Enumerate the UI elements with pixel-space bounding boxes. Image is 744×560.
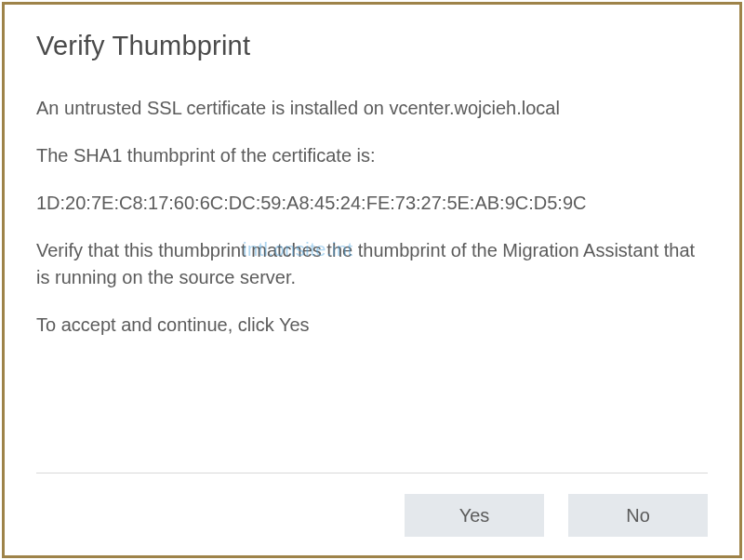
dialog-footer: Yes No [36, 473, 708, 537]
verify-instruction: intl.onsite.int Verify that this thumbpr… [36, 237, 708, 291]
dialog-title: Verify Thumbprint [36, 31, 708, 61]
no-button[interactable]: No [568, 494, 708, 537]
sha1-thumbprint-value: 1D:20:7E:C8:17:60:6C:DC:59:A8:45:24:FE:7… [36, 190, 708, 217]
accept-instruction: To accept and continue, click Yes [36, 312, 708, 339]
yes-button[interactable]: Yes [405, 494, 544, 537]
untrusted-cert-message: An untrusted SSL certificate is installe… [36, 95, 708, 122]
sha1-intro-label: The SHA1 thumbprint of the certificate i… [36, 142, 708, 169]
verify-instruction-text: Verify that this thumbprint matches the … [36, 240, 695, 287]
dialog-body: An untrusted SSL certificate is installe… [36, 95, 708, 473]
verify-thumbprint-dialog: Verify Thumbprint An untrusted SSL certi… [2, 2, 742, 558]
